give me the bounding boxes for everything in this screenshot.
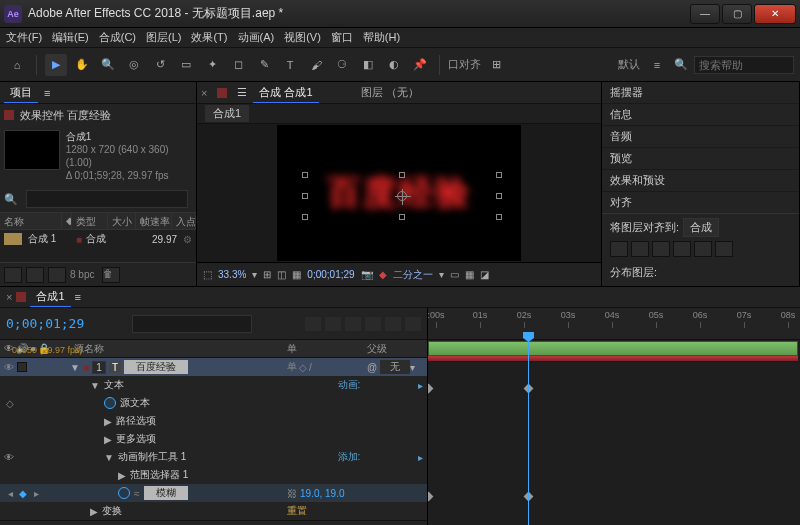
col-label[interactable]: ◆ <box>62 213 72 229</box>
twirl-icon[interactable]: ▶ <box>104 434 112 445</box>
col-type[interactable]: 类型 <box>72 213 108 229</box>
roi-icon[interactable]: ▭ <box>450 269 459 280</box>
align-top-icon[interactable] <box>673 241 691 257</box>
workspace-label[interactable]: 默认 <box>618 57 640 72</box>
settings-icon[interactable]: ⚙ <box>183 234 192 245</box>
brush-tool-icon[interactable]: 🖌 <box>305 54 327 76</box>
solo-toggle[interactable] <box>17 362 27 372</box>
col-in[interactable]: 入点 <box>172 213 196 229</box>
interpret-button[interactable] <box>4 267 22 283</box>
stopwatch-icon[interactable] <box>118 487 130 499</box>
zoom-tool-icon[interactable]: 🔍 <box>97 54 119 76</box>
selection-tool-icon[interactable]: ▶ <box>45 54 67 76</box>
layer-bar[interactable] <box>428 341 798 356</box>
close-tab-icon[interactable]: × <box>6 291 12 303</box>
col-parent[interactable]: 父级 <box>367 343 387 354</box>
enable-toggle[interactable]: 👁 <box>4 452 14 463</box>
tl-opt-icon[interactable] <box>385 317 401 331</box>
res-icon[interactable]: ⊞ <box>263 269 271 280</box>
add-kf-icon[interactable]: ◆ <box>19 488 27 499</box>
panel-effects[interactable]: 效果和预设 <box>602 170 799 192</box>
project-search-input[interactable] <box>26 190 188 208</box>
eye-toggle[interactable]: 👁 <box>4 362 14 373</box>
minimize-button[interactable]: — <box>690 4 720 24</box>
add-button[interactable]: 添加: <box>338 450 361 464</box>
menu-effect[interactable]: 效果(T) <box>191 30 227 45</box>
grid-icon[interactable]: ▦ <box>292 269 301 280</box>
parent-dropdown[interactable]: 无 <box>380 360 410 374</box>
snap-opt-icon[interactable]: ⊞ <box>485 54 507 76</box>
menu-animation[interactable]: 动画(A) <box>238 30 275 45</box>
resolution-dropdown[interactable]: 二分之一 <box>393 268 433 282</box>
playhead[interactable] <box>528 340 529 525</box>
tl-opt-icon[interactable] <box>325 317 341 331</box>
pickwhip-icon[interactable]: @ <box>367 362 377 373</box>
handle-icon[interactable] <box>496 214 502 220</box>
panel-menu-icon[interactable]: ☰ <box>237 86 247 99</box>
col-name[interactable]: 名称 <box>0 213 62 229</box>
align-hcenter-icon[interactable] <box>631 241 649 257</box>
tab-layer[interactable]: 图层 （无） <box>355 83 425 102</box>
panel-menu-icon[interactable]: ≡ <box>75 291 81 303</box>
new-folder-button[interactable] <box>26 267 44 283</box>
menu-layer[interactable]: 图层(L) <box>146 30 181 45</box>
anchor-point-icon[interactable] <box>397 191 407 201</box>
keyframe-icon[interactable] <box>428 384 433 394</box>
time-display[interactable]: 0;00;01;29 <box>307 269 354 280</box>
menu-file[interactable]: 文件(F) <box>6 30 42 45</box>
help-search-input[interactable] <box>694 56 794 74</box>
home-icon[interactable]: ⌂ <box>6 54 28 76</box>
blur-value[interactable]: 19.0, 19.0 <box>300 488 344 499</box>
tl-opt-icon[interactable] <box>405 317 421 331</box>
nav-icon[interactable]: × <box>201 87 207 99</box>
handle-icon[interactable] <box>399 214 405 220</box>
timeline-search-input[interactable] <box>132 315 252 333</box>
twirl-icon[interactable]: ▶ <box>90 506 98 517</box>
layer-bar-audio[interactable] <box>428 356 798 361</box>
expression-icon[interactable]: ≈ <box>134 488 140 499</box>
text-tool-icon[interactable]: T <box>279 54 301 76</box>
handle-icon[interactable] <box>302 172 308 178</box>
tab-composition[interactable]: 合成 合成1 <box>253 83 318 103</box>
hand-tool-icon[interactable]: ✋ <box>71 54 93 76</box>
kf-prev-icon[interactable]: ◂ <box>4 488 16 499</box>
color-icon[interactable]: ◆ <box>379 269 387 280</box>
tab-project[interactable]: 项目 <box>4 83 38 103</box>
bpc-label[interactable]: 8 bpc <box>70 269 94 280</box>
layer-label-icon[interactable]: ■ <box>83 362 89 373</box>
animate-button[interactable]: 动画: <box>338 378 361 392</box>
align-to-dropdown[interactable]: 合成 <box>683 218 719 237</box>
panel-audio[interactable]: 音频 <box>602 126 799 148</box>
twirl-icon[interactable]: ▼ <box>90 380 100 391</box>
new-comp-button[interactable] <box>48 267 66 283</box>
menu-help[interactable]: 帮助(H) <box>363 30 400 45</box>
close-button[interactable]: ✕ <box>754 4 796 24</box>
timecode-display[interactable]: 0;00;01;29 <box>6 316 84 331</box>
handle-icon[interactable] <box>399 172 405 178</box>
col-rate[interactable]: 帧速率 <box>136 213 172 229</box>
anchor-tool-icon[interactable]: ✦ <box>201 54 223 76</box>
panel-align[interactable]: 对齐 <box>602 192 799 214</box>
align-bottom-icon[interactable] <box>715 241 733 257</box>
handle-icon[interactable] <box>496 172 502 178</box>
twirl-icon[interactable]: ▼ <box>104 452 114 463</box>
panel-menu-icon[interactable]: ≡ <box>44 87 50 99</box>
puppet-tool-icon[interactable]: 📌 <box>409 54 431 76</box>
project-item[interactable]: 合成 1 ■ 合成 29.97 ⚙ <box>0 230 196 248</box>
tl-opt-icon[interactable] <box>345 317 361 331</box>
snap-label[interactable]: 口对齐 <box>448 57 481 72</box>
canvas[interactable]: 百度经验 <box>277 125 521 261</box>
menu-view[interactable]: 视图(V) <box>284 30 321 45</box>
panel-wiggler[interactable]: 摇摆器 <box>602 82 799 104</box>
transparency-icon[interactable]: ▦ <box>465 269 474 280</box>
handle-icon[interactable] <box>302 193 308 199</box>
viewer[interactable]: 百度经验 <box>197 124 601 262</box>
layer-row[interactable]: 👁 ▼ ■ 1 T 百度经验 单◇/ @ 无 ▾ <box>0 358 427 376</box>
tl-opt-icon[interactable] <box>365 317 381 331</box>
twirl-icon[interactable]: ▼ <box>70 362 80 373</box>
eraser-tool-icon[interactable]: ◧ <box>357 54 379 76</box>
reset-button[interactable]: 重置 <box>287 504 307 518</box>
timeline-tab[interactable]: 合成1 <box>30 287 70 307</box>
menu-window[interactable]: 窗口 <box>331 30 353 45</box>
stamp-tool-icon[interactable]: ⚆ <box>331 54 353 76</box>
